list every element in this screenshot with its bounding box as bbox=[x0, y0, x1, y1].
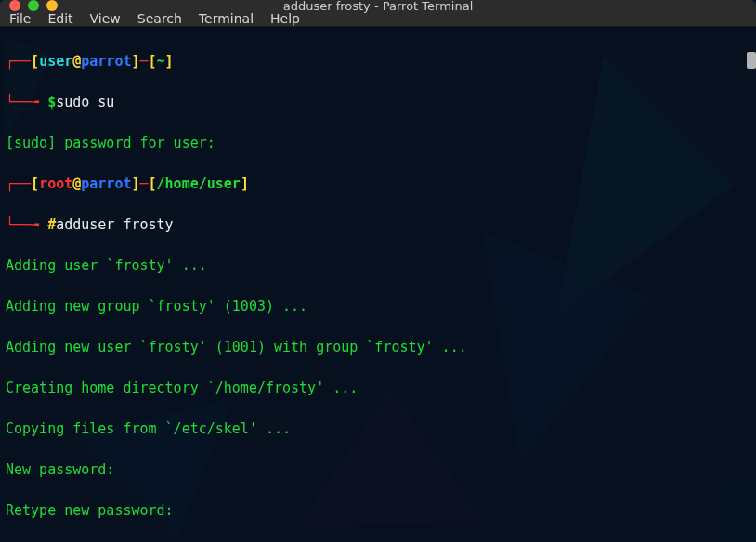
bracket: ] bbox=[131, 53, 139, 70]
prompt-host: parrot bbox=[81, 53, 131, 70]
prompt-corner: ┌── bbox=[6, 53, 31, 70]
output-line: Creating home directory `/home/frosty' .… bbox=[6, 378, 750, 398]
output-line: Copying files from `/etc/skel' ... bbox=[6, 419, 750, 439]
bracket: ] bbox=[241, 175, 249, 192]
menu-search[interactable]: Search bbox=[137, 11, 182, 26]
at-sign: @ bbox=[72, 175, 81, 192]
prompt-corner: └──╼ bbox=[6, 216, 47, 233]
bracket: [ bbox=[149, 175, 157, 192]
titlebar[interactable]: adduser frosty - Parrot Terminal bbox=[0, 0, 756, 11]
prompt-path: ~ bbox=[157, 53, 165, 70]
command-text: adduser frosty bbox=[56, 216, 173, 233]
bracket: [ bbox=[31, 53, 39, 70]
prompt-corner: └──╼ bbox=[6, 94, 47, 110]
menu-file[interactable]: File bbox=[9, 11, 31, 26]
window-title: adduser frosty - Parrot Terminal bbox=[0, 0, 756, 13]
menu-help[interactable]: Help bbox=[270, 11, 300, 26]
bracket: ] bbox=[165, 53, 174, 70]
menu-edit[interactable]: Edit bbox=[47, 11, 72, 26]
output-line: New password: bbox=[6, 459, 750, 480]
scrollbar-thumb[interactable] bbox=[747, 52, 756, 69]
output-line: Adding new user `frosty' (1001) with gro… bbox=[6, 337, 750, 357]
bracket: [ bbox=[149, 53, 157, 70]
dash: ─ bbox=[140, 53, 149, 70]
menubar: File Edit View Search Terminal Help bbox=[0, 11, 756, 27]
terminal-window: adduser frosty - Parrot Terminal File Ed… bbox=[0, 0, 756, 542]
hash-sign: # bbox=[47, 216, 56, 233]
output-line: [sudo] password for user: bbox=[6, 133, 750, 153]
prompt-user: root bbox=[39, 175, 72, 192]
bracket: [ bbox=[31, 175, 39, 192]
dash: ─ bbox=[140, 175, 149, 192]
prompt-host: parrot bbox=[81, 175, 131, 192]
terminal-body[interactable]: ┌──[user@parrot]─[~] └──╼ $sudo su [sudo… bbox=[0, 27, 756, 542]
bracket: ] bbox=[131, 175, 139, 192]
at-sign: @ bbox=[72, 53, 81, 70]
prompt-corner: ┌── bbox=[6, 175, 31, 192]
dollar-sign: $ bbox=[47, 94, 56, 110]
output-line: Adding new group `frosty' (1003) ... bbox=[6, 296, 750, 316]
command-text: sudo su bbox=[56, 94, 114, 110]
menu-terminal[interactable]: Terminal bbox=[199, 11, 254, 26]
prompt-user: user bbox=[39, 53, 72, 70]
menu-view[interactable]: View bbox=[90, 11, 121, 26]
prompt-path: /home/user bbox=[157, 175, 241, 192]
output-line: Adding user `frosty' ... bbox=[6, 255, 750, 276]
output-line: Retype new password: bbox=[6, 500, 750, 521]
